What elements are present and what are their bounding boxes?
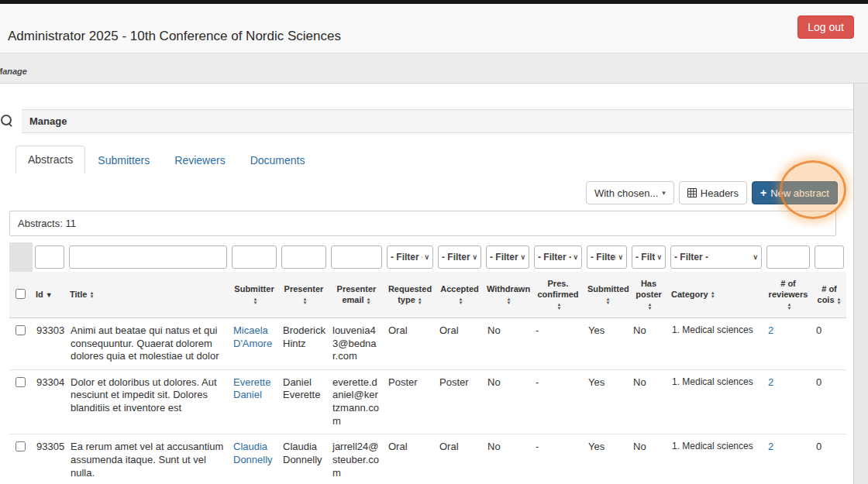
filter-select-has_poster[interactable]: - Filter -∨ [632,245,666,269]
column-header-title[interactable]: Title▲▼ [67,272,229,318]
column-label: Presenter [284,284,324,293]
column-header-pres_confirmed[interactable]: Pres. confirmed▲▼ [532,272,584,318]
select-all-checkbox[interactable] [16,289,26,299]
filter-row: - Filter -∨- Filter -∨- Filter -∨- Filte… [9,242,846,272]
filter-input-presenter[interactable] [281,245,326,269]
sort-desc-icon: ▼ [46,292,53,299]
cell-title: Dolor et doloribus ut dolores. Aut nesci… [67,369,229,434]
new-abstract-button[interactable]: + New abstract [752,181,838,204]
column-header-num_cois[interactable]: # of cois▲▼ [812,272,846,318]
column-header-presenter_email[interactable]: Presenter email▲▼ [329,272,384,318]
cell-accepted: Poster [436,369,484,434]
cell-id: 93303 [33,318,67,369]
submitter-link[interactable]: Micaela D'Amore [233,324,272,349]
row-checkbox[interactable] [16,377,26,387]
filter-input-title[interactable] [69,245,227,269]
with-chosen-dropdown[interactable]: With chosen... ▾ [586,181,674,204]
panel-heading: Manage [22,109,853,133]
column-label: Requested type [388,284,432,304]
column-header-has_poster[interactable]: Has poster▲▼ [629,272,668,318]
column-header-presenter[interactable]: Presenter▲▼ [279,272,329,318]
filter-input-submitter[interactable] [232,245,277,269]
tab-documents[interactable]: Documents [238,146,318,173]
filter-select-pres_confirmed[interactable]: - Filter -∨ [534,245,582,269]
table-header-row: Id▼Title▲▼Submitter▲▼Presenter▲▼Presente… [9,272,846,318]
abstracts-count-box: Abstracts: 11 [9,211,836,236]
row-checkbox[interactable] [16,441,26,451]
column-header-submitted[interactable]: Submitted▲▼ [584,272,629,318]
column-header-withdrawn[interactable]: Withdrawn▲▼ [484,272,532,318]
filter-input-num_cois[interactable] [815,245,844,269]
logout-button[interactable]: Log out [797,15,854,39]
filter-cell-presenter [279,242,329,272]
cell-pres_confirmed: - [532,434,584,484]
filter-select-value: - Filter - [538,252,571,263]
filter-cell-requested_type: - Filter -∨ [384,242,436,272]
filter-input-id[interactable] [35,245,64,269]
filter-select-requested_type[interactable]: - Filter -∨ [387,245,433,269]
filter-cell-num_cois [812,242,846,272]
column-label: Pres. confirmed [537,279,578,299]
cell-submitted: Yes [584,369,629,434]
submitter-link[interactable]: Everette Daniel [233,376,270,401]
cell-num_cois: 0 [812,369,846,434]
column-label: Accepted [440,284,479,293]
tab-reviewers[interactable]: Reviewers [162,146,237,173]
header-cell-checkbox [9,272,33,318]
column-header-id[interactable]: Id▼ [33,272,67,318]
tab-submitters[interactable]: Submitters [85,146,162,173]
cell-requested_type: Poster [384,369,436,434]
cell-accepted: Oral [436,434,484,484]
cell-category: 1. Medical sciences [668,434,764,484]
page-title: Administrator 2025 - 10th Conference of … [8,29,341,44]
filter-cell-submitted: - Filter -∨ [584,242,629,272]
filter-cell-category: - Filter -∨ [668,242,764,272]
breadcrumb[interactable]: Manage [0,67,27,76]
column-header-requested_type[interactable]: Requested type▲▼ [384,272,436,318]
filter-select-value: - Filter - [391,252,422,263]
cell-has_poster: No [629,369,668,434]
column-header-num_reviewers[interactable]: # of reviewers▲▼ [764,272,812,318]
sort-icon: ▲▼ [507,297,512,305]
search-icon[interactable] [1,115,12,125]
filter-select-value: - Filter - [442,252,470,263]
chevron-down-icon: ∨ [424,253,429,261]
column-header-accepted[interactable]: Accepted▲▼ [436,272,484,318]
chevron-down-icon: ∨ [573,253,578,261]
sort-icon: ▲▼ [253,297,258,305]
row-checkbox[interactable] [16,325,26,335]
row-checkbox-cell [9,434,33,484]
filter-input-num_reviewers[interactable] [766,245,810,269]
filter-select-withdrawn[interactable]: - Filter -∨ [486,245,529,269]
headers-button[interactable]: Headers [679,181,747,204]
num_reviewers-link[interactable]: 2 [768,324,773,336]
cell-submitted: Yes [584,434,629,484]
column-label: Submitter [234,284,274,293]
column-header-category[interactable]: Category▲▼ [668,272,764,318]
table-row: 93304Dolor et doloribus ut dolores. Aut … [9,369,846,434]
filter-select-submitted[interactable]: - Filter -∨ [587,245,627,269]
filter-select-category[interactable]: - Filter -∨ [670,245,762,269]
column-label: # of reviewers [769,279,808,299]
column-header-submitter[interactable]: Submitter▲▼ [229,272,279,318]
num_reviewers-link[interactable]: 2 [768,376,773,388]
panel-heading-label: Manage [29,115,67,127]
cell-presenter_email: everette.daniel@kertzmann.com [329,369,384,434]
column-label: # of cois [818,284,837,304]
cell-has_poster: No [629,434,668,484]
abstracts-table-wrap: - Filter -∨- Filter -∨- Filter -∨- Filte… [9,242,844,484]
submitter-link[interactable]: Claudia Donnelly [233,441,273,465]
cell-requested_type: Oral [384,434,436,484]
main-content: Manage Abstracts Submitters Reviewers Do… [0,84,854,484]
filter-cell-accepted: - Filter -∨ [436,242,484,272]
abstracts-count: Abstracts: 11 [18,218,76,229]
cell-pres_confirmed: - [532,318,584,369]
filter-input-presenter_email[interactable] [331,245,382,269]
num_reviewers-link[interactable]: 2 [768,441,773,452]
cell-title: Ea rerum amet vel at accusantium assumen… [67,434,229,484]
headers-label: Headers [701,188,739,198]
chevron-down-icon: ∨ [753,253,758,261]
tab-abstracts[interactable]: Abstracts [16,146,85,173]
filter-select-accepted[interactable]: - Filter -∨ [438,245,481,269]
cell-withdrawn: No [484,318,532,369]
